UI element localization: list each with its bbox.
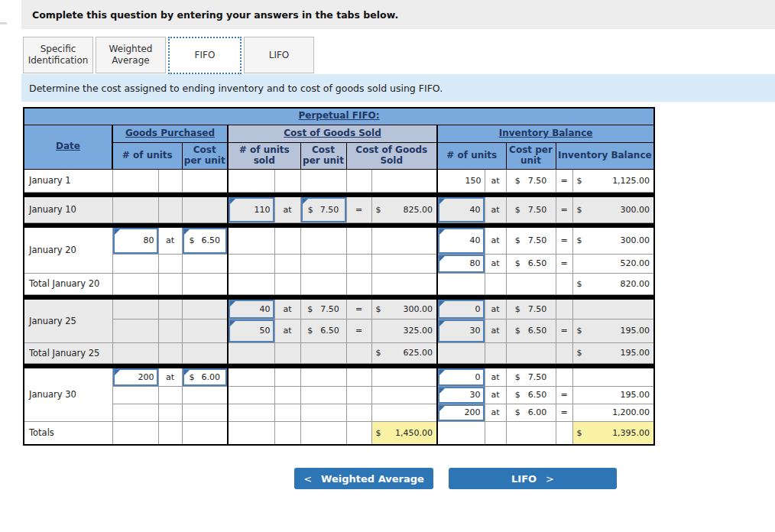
empty-cell [112,386,158,404]
empty-cell [274,404,300,421]
empty-cell [346,386,371,404]
empty-cell [158,319,182,342]
empty-cell [346,368,371,386]
jan25-inv-units-input-1[interactable]: 0 [437,299,485,319]
empty-cell [112,299,158,319]
jan30-inv-units-input-1[interactable]: 0 [437,368,485,386]
empty-cell [300,404,346,421]
dollar-sign: $ [515,258,520,268]
equals-label: = [556,319,572,342]
empty-cell [182,319,228,342]
empty-cell [182,421,228,445]
empty-cell [228,368,274,386]
dollar-sign: $ [577,205,582,215]
next-tab-label: LIFO [511,473,537,485]
tab-specific-identification[interactable]: Specific Identification [23,37,93,73]
empty-cell [112,421,158,445]
empty-cell [556,421,572,445]
jan25-cogs-value-2: 325.00 [371,319,437,342]
empty-cell [506,273,556,294]
jan30-inv-units-input-3[interactable]: 200 [437,404,485,421]
empty-cell [182,404,228,421]
subheader-cogs-cost: Cost per unit [300,142,346,169]
tab-weighted-average[interactable]: Weighted Average [96,37,166,73]
jan30-gp-cost-input[interactable]: $6.00 [182,368,228,386]
empty-cell [228,342,274,363]
prev-tab-button[interactable]: < Weighted Average [294,468,433,489]
tab-fifo[interactable]: FIFO [168,37,242,74]
jan30-inv-units-input-2[interactable]: 30 [437,386,485,404]
empty-cell [371,386,437,404]
dollar-sign: $ [376,205,381,215]
dollar-sign: $ [515,176,520,186]
at-label: at [158,368,182,386]
jan25-units-sold-input-2[interactable]: 50 [228,319,274,342]
jan10-inv-units-input[interactable]: 40 [437,196,485,222]
empty-cell [274,421,300,445]
empty-cell [437,342,485,363]
at-label: at [485,386,506,404]
jan1-inv-units: 150 [437,169,485,192]
table-title: Perpetual FIFO: [24,108,654,125]
dollar-sign: $ [515,407,520,417]
empty-cell [371,169,437,192]
empty-cell [274,254,300,273]
jan20-inv-cost-1: $7.50 [506,227,556,254]
row-jan20-2: 80 at $6.50 = 520.00 [24,254,654,273]
jan30-gp-units-input[interactable]: 200 [112,368,158,386]
empty-cell [437,273,485,294]
subheader-cogs-value: Cost of Goods Sold [346,142,437,169]
jan20-inv-units-input-2[interactable]: 80 [437,254,485,273]
group-header-goods-purchased: Goods Purchased [112,125,228,142]
subheader-inv-value: Inventory Balance [556,142,654,169]
tab-bar: Specific Identification Weighted Average… [23,37,314,74]
empty-cell [346,421,371,445]
subheader-inv-cost: Cost per unit [506,142,556,169]
question-banner: Complete this question by entering your … [21,0,775,29]
row-label-total-jan25: Total January 25 [24,342,112,363]
empty-cell [556,368,572,386]
totals-cogs-value: $1,450.00 [371,421,437,445]
empty-cell [158,169,182,192]
perpetual-fifo-table-wrap: Perpetual FIFO: Date Goods Purchased Cos… [23,107,655,446]
row-jan25-2: 50 at $6.50 = 325.00 30 at $6.50 = $195.… [24,319,654,342]
dollar-sign: $ [515,235,520,245]
empty-cell [300,386,346,404]
empty-cell [182,386,228,404]
total-jan20-inv-value: $820.00 [572,273,654,294]
empty-cell [112,169,158,192]
jan10-inv-value: $300.00 [572,196,654,222]
dollar-sign: $ [190,372,195,382]
group-header-inventory-balance: Inventory Balance [437,125,654,142]
empty-cell [556,273,572,294]
total-jan25-cogs-value: $625.00 [371,342,437,363]
empty-cell [182,299,228,319]
jan25-inv-units-input-2[interactable]: 30 [437,319,485,342]
dollar-sign: $ [307,304,313,314]
empty-cell [112,254,158,273]
jan25-inv-value-2: $195.00 [572,319,654,342]
empty-cell [572,299,654,319]
at-label: at [274,299,300,319]
empty-cell [572,368,654,386]
empty-cell [158,404,182,421]
jan25-inv-cost-1: $7.50 [506,299,556,319]
jan20-gp-cost-input[interactable]: $6.50 [182,227,228,254]
next-tab-button[interactable]: LIFO > [449,468,617,489]
subheader-gp-units: # of units [112,142,182,169]
empty-cell [485,273,506,294]
equals-label: = [346,319,371,342]
row-total-jan25: Total January 25 $625.00 $195.00 [24,342,654,363]
jan20-inv-units-input-1[interactable]: 40 [437,227,485,254]
banner-text: Complete this question by entering your … [32,9,398,21]
jan25-units-sold-input-1[interactable]: 40 [228,299,274,319]
empty-cell [112,319,158,342]
page-edge-artifact [0,22,7,24]
dollar-sign: $ [577,348,582,358]
jan20-gp-units-input[interactable]: 80 [112,227,158,254]
tab-lifo[interactable]: LIFO [244,37,314,73]
empty-cell [228,254,274,273]
jan10-units-sold-input[interactable]: 110 [228,196,274,222]
empty-cell [158,273,182,294]
jan10-cogs-cost-input[interactable]: $7.50 [300,196,346,222]
